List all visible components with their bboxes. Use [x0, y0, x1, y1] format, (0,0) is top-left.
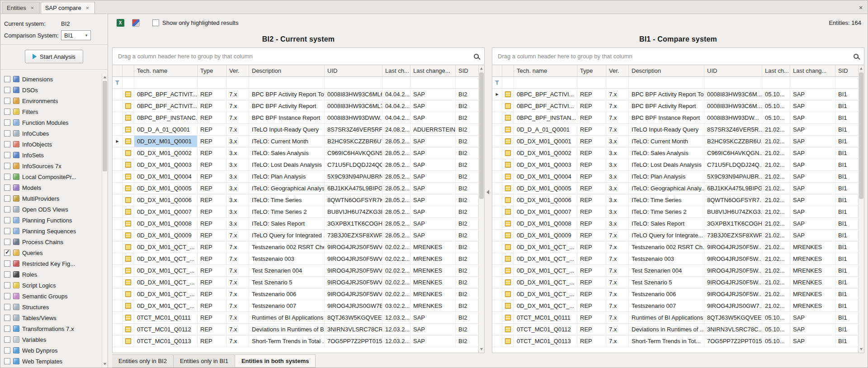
- tree-item[interactable]: Planning Sequences: [0, 226, 101, 236]
- tree-item-checkbox[interactable]: [4, 282, 10, 288]
- table-row[interactable]: 0D_DX_M01_Q0006 REP 3.x ITeLO: Time Seri…: [492, 194, 858, 206]
- scroll-up-icon[interactable]: [859, 65, 864, 71]
- left-group-by-drop-zone[interactable]: Drag a column header here to group by th…: [112, 47, 485, 65]
- tree-item[interactable]: Dimensions: [0, 74, 101, 85]
- column-header-tech-name[interactable]: Tech. name: [514, 65, 577, 76]
- tree-item[interactable]: Roles: [0, 269, 101, 280]
- table-row[interactable]: 0D_DX_M01_QCT_... REP 7.x Test Szenario …: [113, 277, 478, 288]
- tree-item-checkbox[interactable]: [4, 119, 10, 126]
- show-highlighted-checkbox[interactable]: [152, 19, 159, 26]
- scroll-down-icon[interactable]: [102, 361, 108, 368]
- table-row[interactable]: 0BPC_BPF_INSTAN... REP 7.x BPC BPF Insta…: [492, 112, 858, 124]
- tree-item-checkbox[interactable]: [4, 228, 10, 234]
- tree-item-checkbox[interactable]: [4, 76, 10, 82]
- tree-item[interactable]: DSOs: [0, 85, 101, 95]
- window-tab[interactable]: Entities: [2, 2, 40, 14]
- highlight-button[interactable]: [131, 18, 141, 28]
- tree-item-checkbox[interactable]: [4, 326, 10, 332]
- table-row[interactable]: 0D_DX_M01_Q0003 REP 3.x ITeLO: Lost Deal…: [113, 159, 478, 171]
- table-row[interactable]: 0TCT_MC01_Q0111 REP 7.x Runtimes of BI A…: [492, 312, 858, 324]
- column-header-description[interactable]: Description: [629, 65, 704, 76]
- table-row[interactable]: 0D_DX_M01_Q0003 REP 3.x ITeLO: Lost Deal…: [492, 159, 858, 171]
- table-row[interactable]: 0BPC_BPF_ACTIVIT... REP 7.x BPC BPF Acti…: [113, 100, 478, 112]
- column-header-sid[interactable]: SID: [456, 65, 478, 76]
- column-header-type[interactable]: Type: [577, 65, 606, 76]
- table-row[interactable]: 0D_DX_M01_QCT_... REP 7.x Test Szenario …: [492, 277, 858, 288]
- table-row[interactable]: 0D_DX_M01_Q0007 REP 3.x ITeLO: Time Seri…: [492, 206, 858, 218]
- table-row[interactable]: 0TCT_MC01_Q0111 REP 7.x Runtimes of BI A…: [113, 312, 478, 324]
- search-icon[interactable]: [854, 54, 859, 59]
- table-row[interactable]: 0D_DX_M01_QCT_... REP 7.x Testszenario 0…: [113, 300, 478, 312]
- start-analysis-button[interactable]: Start Analysis: [25, 50, 83, 63]
- column-header-changed-by[interactable]: Last chang...: [790, 65, 835, 76]
- table-row[interactable]: 0D_DX_M01_QCT_... REP 7.x Test Szenarien…: [492, 265, 858, 277]
- tree-item-checkbox[interactable]: [4, 141, 10, 147]
- tree-item-checkbox[interactable]: [4, 87, 10, 93]
- table-row[interactable]: 0D_DX_M01_Q0006 REP 3.x ITeLO: Time Seri…: [113, 194, 478, 206]
- search-icon[interactable]: [474, 54, 479, 59]
- tree-item-checkbox[interactable]: [4, 184, 10, 191]
- column-header-sid[interactable]: SID: [835, 65, 858, 76]
- table-row[interactable]: 0TCT_MC01_Q0112 REP 7.x Deviations in Ru…: [492, 324, 858, 335]
- tree-item[interactable]: MultiProviders: [0, 193, 101, 204]
- tree-item[interactable]: Environments: [0, 95, 101, 106]
- tab-close-icon[interactable]: [30, 5, 35, 11]
- tree-item[interactable]: Structures: [0, 302, 101, 312]
- table-row[interactable]: 0D_DX_M01_Q0001 REP 3.x ITeLO: Current M…: [492, 136, 858, 147]
- tree-item-checkbox[interactable]: [4, 304, 10, 310]
- tree-item[interactable]: Local CompositePr...: [0, 171, 101, 182]
- table-row[interactable]: 0D_DX_M01_QCT_... REP 7.x Testszenaio 00…: [492, 253, 858, 265]
- column-header-tech-name[interactable]: Tech. name: [134, 65, 198, 76]
- table-row[interactable]: 0D_DX_M01_Q0007 REP 3.x ITeLO: Time Seri…: [113, 206, 478, 218]
- table-row[interactable]: 0D_DX_M01_QCT_... REP 7.x Test Szenarien…: [113, 265, 478, 277]
- tree-item[interactable]: Restricted Key Fig...: [0, 258, 101, 269]
- column-header-version[interactable]: Ver.: [226, 65, 249, 76]
- table-row[interactable]: 0TCT_MC01_Q0113 REP 7.x Short-Term Trend…: [492, 335, 858, 347]
- tree-item-checkbox[interactable]: [4, 271, 10, 278]
- export-excel-button[interactable]: [115, 18, 125, 28]
- tabstrip-close-icon[interactable]: [857, 4, 865, 12]
- scrollbar-thumb[interactable]: [479, 72, 484, 199]
- tree-item[interactable]: InfoCubes: [0, 128, 101, 139]
- scroll-up-icon[interactable]: [102, 74, 108, 80]
- tree-item-checkbox[interactable]: [4, 217, 10, 223]
- tree-item-checkbox[interactable]: [4, 358, 10, 364]
- table-row[interactable]: 0D_DX_M01_Q0001 REP 3.x ITeLO: Current M…: [113, 136, 478, 147]
- table-row[interactable]: 0D_DX_M01_QCT_... REP 7.x Testszenario 0…: [113, 288, 478, 300]
- tree-item-checkbox[interactable]: [4, 336, 10, 343]
- table-row[interactable]: 0BPC_BPF_INSTANC... REP 7.x BPC BPF Inst…: [113, 112, 478, 124]
- tree-item-checkbox[interactable]: [4, 260, 10, 267]
- table-row[interactable]: 0D_D_A_01_Q0001 REP 7.x ITeLO Input-Read…: [113, 124, 478, 136]
- table-row[interactable]: 0D_DX_M01_Q0002 REP 3.x ITeLO: Sales Ana…: [492, 147, 858, 159]
- table-row[interactable]: 0D_DX_M01_Q0009 REP 7.x ITeLO Query for …: [492, 230, 858, 241]
- result-tab[interactable]: Entities only in BI2: [112, 354, 174, 368]
- table-row[interactable]: 0D_DX_M01_Q0008 REP 3.x ITeLO: Sales Rep…: [113, 218, 478, 230]
- window-tab[interactable]: SAP compare: [41, 2, 95, 14]
- right-grid-vertical-scrollbar[interactable]: [858, 65, 864, 353]
- result-tab[interactable]: Entities in both systems: [235, 354, 316, 368]
- column-header-type[interactable]: Type: [198, 65, 226, 76]
- tree-item-checkbox[interactable]: [4, 163, 10, 169]
- column-header-description[interactable]: Description: [249, 65, 325, 76]
- tree-item[interactable]: InfoSets: [0, 150, 101, 160]
- tree-item[interactable]: Function Modules: [0, 117, 101, 128]
- tree-item[interactable]: Models: [0, 182, 101, 193]
- table-row[interactable]: 0D_DX_M01_QCT_... REP 7.x Testszenario 0…: [113, 241, 478, 253]
- table-row[interactable]: 0D_DX_M01_Q0005 REP 3.x ITeLO: Geographi…: [113, 183, 478, 194]
- column-header-uid[interactable]: UID: [704, 65, 762, 76]
- tree-item[interactable]: InfoSources 7x: [0, 160, 101, 171]
- tree-item-checkbox[interactable]: [4, 315, 10, 321]
- tree-item[interactable]: Tables/Views: [0, 312, 101, 323]
- table-row[interactable]: 0D_DX_M01_Q0004 REP 3.x ITeLO: Plan Anal…: [492, 171, 858, 183]
- table-row[interactable]: 0D_DX_M01_Q0004 REP 3.x ITeLO: Plan Anal…: [113, 171, 478, 183]
- tree-item-checkbox[interactable]: [4, 109, 10, 115]
- column-header-changed-by[interactable]: Last change...: [410, 65, 456, 76]
- result-tab[interactable]: Entities only in BI1: [174, 354, 235, 368]
- collapse-left-icon[interactable]: [486, 190, 489, 194]
- table-row[interactable]: 0D_DX_M01_QCT_... REP 7.x Testszenario 0…: [492, 288, 858, 300]
- tab-close-icon[interactable]: [85, 5, 90, 11]
- scroll-down-icon[interactable]: [479, 346, 484, 353]
- tree-item-checkbox[interactable]: [4, 293, 10, 299]
- filter-row[interactable]: [113, 77, 478, 89]
- tree-item[interactable]: Web Dynpros: [0, 345, 101, 356]
